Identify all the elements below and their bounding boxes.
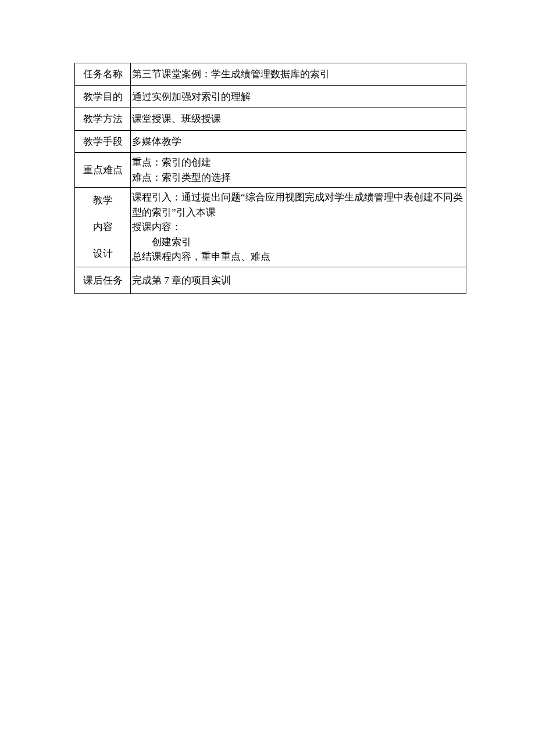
design-content-title: 授课内容： (132, 220, 463, 235)
value-teaching-means: 多媒体教学 (131, 130, 466, 153)
row-key-points: 重点难点 重点：索引的创建 难点：索引类型的选择 (75, 153, 466, 188)
key-points-line1: 重点：索引的创建 (132, 155, 463, 170)
lesson-plan-table: 任务名称 第三节课堂案例：学生成绩管理数据库的索引 教学目的 通过实例加强对索引… (74, 63, 466, 294)
label-homework: 课后任务 (75, 267, 131, 294)
value-task-name: 第三节课堂案例：学生成绩管理数据库的索引 (131, 63, 466, 86)
design-content-item: 创建索引 (132, 235, 463, 250)
label-key-points: 重点难点 (75, 153, 131, 188)
label-design-3: 设计 (77, 246, 128, 261)
value-key-points: 重点：索引的创建 难点：索引类型的选择 (131, 153, 466, 188)
design-summary: 总结课程内容，重申重点、难点 (132, 249, 463, 264)
row-homework: 课后任务 完成第 7 章的项目实训 (75, 267, 466, 294)
label-design-2: 内容 (77, 220, 128, 235)
label-teaching-goal: 教学目的 (75, 85, 131, 108)
design-intro: 课程引入：通过提出问题“综合应用视图完成对学生成绩管理中表创建不同类型的索引”引… (132, 190, 463, 220)
row-task-name: 任务名称 第三节课堂案例：学生成绩管理数据库的索引 (75, 63, 466, 86)
document-page: 任务名称 第三节课堂案例：学生成绩管理数据库的索引 教学目的 通过实例加强对索引… (0, 0, 535, 294)
label-teaching-means: 教学手段 (75, 130, 131, 153)
value-design: 课程引入：通过提出问题“综合应用视图完成对学生成绩管理中表创建不同类型的索引”引… (131, 188, 466, 267)
value-teaching-goal: 通过实例加强对索引的理解 (131, 85, 466, 108)
row-teaching-means: 教学手段 多媒体教学 (75, 130, 466, 153)
label-design: 教学 内容 设计 (75, 188, 131, 267)
value-homework: 完成第 7 章的项目实训 (131, 267, 466, 294)
label-task-name: 任务名称 (75, 63, 131, 86)
key-points-line2: 难点：索引类型的选择 (132, 170, 463, 185)
label-design-1: 教学 (77, 193, 128, 208)
row-teaching-method: 教学方法 课堂授课、班级授课 (75, 108, 466, 131)
value-teaching-method: 课堂授课、班级授课 (131, 108, 466, 131)
label-teaching-method: 教学方法 (75, 108, 131, 131)
row-design: 教学 内容 设计 课程引入：通过提出问题“综合应用视图完成对学生成绩管理中表创建… (75, 188, 466, 267)
row-teaching-goal: 教学目的 通过实例加强对索引的理解 (75, 85, 466, 108)
